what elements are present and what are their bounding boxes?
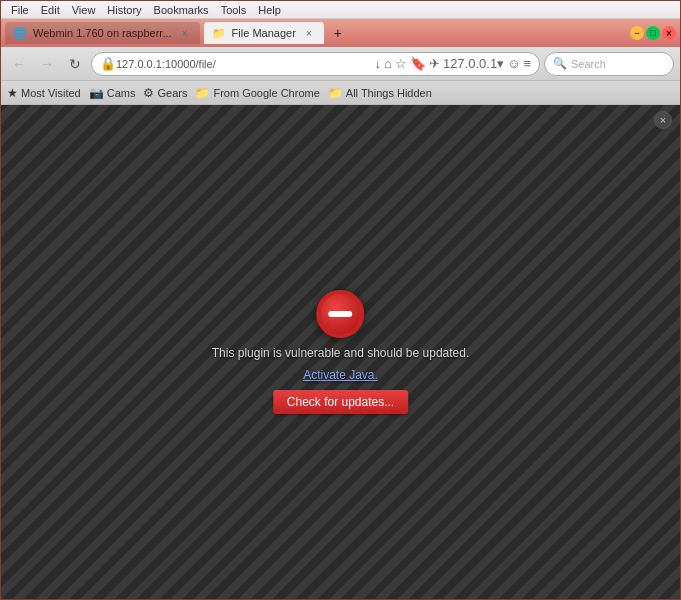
tabs-container: 🌐 Webmin 1.760 on raspberr... × 📁 File M… xyxy=(5,22,630,44)
bookmark-most-visited[interactable]: ★ Most Visited xyxy=(7,86,81,100)
address-bar[interactable]: 🔒 127.0.0.1:10000/file/ ↓ ⌂ ☆ 🔖 ✈ 127.0.… xyxy=(91,52,540,76)
menu-edit[interactable]: Edit xyxy=(35,1,66,19)
bookmark-label-cams: Cams xyxy=(107,87,136,99)
activate-link[interactable]: Activate Java. xyxy=(303,368,378,382)
profile-icon[interactable]: 127.0.0.1▾ xyxy=(443,56,504,71)
minimize-button[interactable]: − xyxy=(630,26,644,40)
tab-webmin[interactable]: 🌐 Webmin 1.760 on raspberr... × xyxy=(5,22,200,44)
bookmark-label-gears: Gears xyxy=(157,87,187,99)
home-icon[interactable]: ⌂ xyxy=(384,56,392,71)
plugin-blocked-icon xyxy=(316,290,364,338)
gears-icon: ⚙ xyxy=(143,86,154,100)
browser-window: File Edit View History Bookmarks Tools H… xyxy=(0,0,681,600)
bookmark-label-google-chrome: From Google Chrome xyxy=(213,87,319,99)
menu-view[interactable]: View xyxy=(66,1,102,19)
menu-tools[interactable]: Tools xyxy=(215,1,253,19)
close-button[interactable]: × xyxy=(662,26,676,40)
bookmark-gears[interactable]: ⚙ Gears xyxy=(143,86,187,100)
search-placeholder: Search xyxy=(571,58,606,70)
tab-close-filemanager[interactable]: × xyxy=(302,26,316,40)
title-bar: 🌐 Webmin 1.760 on raspberr... × 📁 File M… xyxy=(1,19,680,47)
content-close-button[interactable]: × xyxy=(654,111,672,129)
bookmark-all-things-hidden[interactable]: 📁 All Things Hidden xyxy=(328,86,432,100)
back-button[interactable]: ← xyxy=(7,52,31,76)
menu-history[interactable]: History xyxy=(101,1,147,19)
forward-button[interactable]: → xyxy=(35,52,59,76)
toolbar: ← → ↻ 🔒 127.0.0.1:10000/file/ ↓ ⌂ ☆ 🔖 ✈ … xyxy=(1,47,680,81)
check-updates-button[interactable]: Check for updates... xyxy=(273,390,408,414)
smiley-icon[interactable]: ☺ xyxy=(507,56,520,71)
cams-icon: 📷 xyxy=(89,86,104,100)
tab-favicon-webmin: 🌐 xyxy=(13,27,27,40)
menu-bar: File Edit View History Bookmarks Tools H… xyxy=(1,1,680,19)
address-icons: ↓ ⌂ ☆ 🔖 ✈ 127.0.0.1▾ ☺ ≡ xyxy=(375,56,531,71)
star-icon[interactable]: ☆ xyxy=(395,56,407,71)
google-chrome-icon: 📁 xyxy=(195,86,210,100)
tab-favicon-filemanager: 📁 xyxy=(212,27,226,40)
menu-file[interactable]: File xyxy=(5,1,35,19)
security-icon: 🔒 xyxy=(100,56,116,71)
menu-icon[interactable]: ≡ xyxy=(523,56,531,71)
block-bar xyxy=(328,311,352,317)
tab-close-webmin[interactable]: × xyxy=(178,26,192,40)
maximize-button[interactable]: □ xyxy=(646,26,660,40)
search-bar[interactable]: 🔍 Search xyxy=(544,52,674,76)
tab-label-filemanager: File Manager xyxy=(232,27,296,39)
tab-filemanager[interactable]: 📁 File Manager × xyxy=(204,22,324,44)
all-things-hidden-icon: 📁 xyxy=(328,86,343,100)
menu-bookmarks[interactable]: Bookmarks xyxy=(148,1,215,19)
tab-label-webmin: Webmin 1.760 on raspberr... xyxy=(33,27,172,39)
send-icon[interactable]: ✈ xyxy=(429,56,440,71)
bookmarks-bar: ★ Most Visited 📷 Cams ⚙ Gears 📁 From Goo… xyxy=(1,81,680,105)
bookmark-label-most-visited: Most Visited xyxy=(21,87,81,99)
reload-button[interactable]: ↻ xyxy=(63,52,87,76)
bookmark-cams[interactable]: 📷 Cams xyxy=(89,86,136,100)
download-icon[interactable]: ↓ xyxy=(375,56,382,71)
search-icon: 🔍 xyxy=(553,57,567,70)
new-tab-button[interactable]: + xyxy=(328,23,348,43)
window-controls: − □ × xyxy=(630,26,676,40)
bookmark-label-all-things-hidden: All Things Hidden xyxy=(346,87,432,99)
plugin-message: This plugin is vulnerable and should be … xyxy=(212,346,470,360)
address-text: 127.0.0.1:10000/file/ xyxy=(116,58,375,70)
plugin-blocked-overlay: This plugin is vulnerable and should be … xyxy=(212,290,470,414)
most-visited-icon: ★ xyxy=(7,86,18,100)
menu-help[interactable]: Help xyxy=(252,1,287,19)
bookmark-from-google-chrome[interactable]: 📁 From Google Chrome xyxy=(195,86,319,100)
content-area: × This plugin is vulnerable and should b… xyxy=(1,105,680,599)
bookmark-icon[interactable]: 🔖 xyxy=(410,56,426,71)
